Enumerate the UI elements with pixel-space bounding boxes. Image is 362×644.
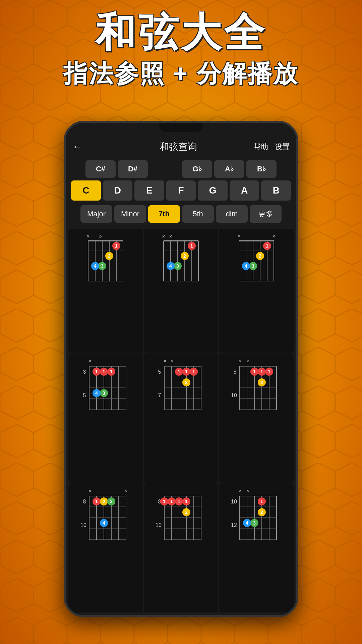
chord-diagram-5: × × 5 7 [155, 356, 207, 418]
svg-text:1: 1 [171, 499, 173, 504]
svg-text:1: 1 [253, 369, 256, 374]
type-minor[interactable]: Minor [114, 205, 146, 223]
svg-text:×: × [162, 233, 165, 239]
svg-text:10: 10 [231, 392, 237, 398]
chord-card-8[interactable]: 8 10 1 [144, 483, 219, 612]
svg-text:1: 1 [95, 369, 98, 374]
svg-text:×: × [88, 358, 91, 364]
key-b-flat[interactable]: B♭ [246, 160, 277, 178]
help-button[interactable]: 帮助 [253, 142, 268, 152]
key-c-sharp[interactable]: C# [85, 160, 116, 178]
key-d-sharp[interactable]: D# [118, 160, 148, 178]
key-b[interactable]: B [261, 180, 291, 201]
svg-text:×: × [237, 233, 240, 239]
key-g[interactable]: G [198, 180, 228, 201]
svg-text:×: × [87, 233, 90, 239]
svg-text:1: 1 [190, 243, 193, 249]
svg-text:3: 3 [253, 520, 256, 526]
top-text-area: 和弦大全 指法参照 + 分解播放 [0, 10, 362, 90]
chord-diagram-9: × × 10 12 [230, 486, 282, 548]
svg-text:2: 2 [108, 253, 111, 259]
type-5th[interactable]: 5th [182, 205, 214, 223]
svg-text:×: × [272, 233, 275, 239]
chord-card-6[interactable]: × × 8 10 [219, 354, 294, 483]
chord-card-1[interactable]: × ○ [68, 229, 143, 353]
phone-shell: ← 和弦查询 帮助 设置 C# D# G♭ A♭ B♭ C D E [64, 121, 298, 617]
svg-text:4: 4 [103, 520, 105, 526]
type-major[interactable]: Major [80, 205, 112, 223]
chord-card-9[interactable]: × × 10 12 [219, 483, 294, 612]
nav-title: 和弦查询 [87, 141, 269, 153]
svg-text:×: × [164, 358, 167, 364]
svg-text:×: × [124, 488, 127, 494]
svg-text:2: 2 [260, 380, 263, 385]
phone-wrapper: ← 和弦查询 帮助 设置 C# D# G♭ A♭ B♭ C D E [64, 121, 298, 617]
svg-text:4: 4 [95, 390, 98, 396]
chord-card-5[interactable]: × × 5 7 [144, 354, 219, 483]
svg-text:1: 1 [260, 369, 263, 374]
svg-text:×: × [239, 488, 242, 494]
svg-text:12: 12 [231, 522, 237, 528]
svg-text:5: 5 [83, 392, 86, 398]
svg-text:2: 2 [185, 380, 188, 385]
chord-diagram-6: × × 8 10 [230, 356, 282, 418]
svg-text:×: × [246, 488, 249, 494]
nav-actions: 帮助 设置 [253, 142, 290, 152]
key-d[interactable]: D [103, 180, 133, 201]
key-c[interactable]: C [71, 180, 101, 201]
svg-text:2: 2 [185, 509, 188, 515]
chord-card-7[interactable]: × × 8 10 [68, 483, 143, 612]
svg-text:1: 1 [115, 243, 118, 249]
chord-diagram-7: × × 8 10 [80, 486, 132, 548]
svg-text:1: 1 [103, 369, 105, 374]
chord-diagram-4: × 3 5 [80, 356, 132, 418]
back-button[interactable]: ← [72, 142, 82, 152]
svg-text:4: 4 [169, 263, 172, 269]
svg-text:3: 3 [103, 390, 105, 396]
svg-text:1: 1 [95, 499, 98, 504]
svg-text:7: 7 [158, 392, 161, 398]
svg-text:5: 5 [158, 369, 161, 375]
phone-notch [159, 123, 203, 132]
chord-card-4[interactable]: × 3 5 [68, 354, 143, 483]
svg-text:2: 2 [260, 509, 263, 515]
key-g-flat[interactable]: G♭ [182, 160, 212, 178]
chord-card-3[interactable]: × × 1 [219, 229, 294, 353]
svg-text:1: 1 [260, 499, 263, 504]
svg-text:×: × [239, 358, 242, 364]
svg-text:1: 1 [268, 369, 270, 374]
chord-card-2[interactable]: × × 1 [144, 229, 219, 353]
app-subtitle: 指法参照 + 分解播放 [0, 58, 362, 90]
svg-text:4: 4 [94, 263, 97, 269]
svg-text:10: 10 [80, 522, 86, 528]
type-7th[interactable]: 7th [148, 205, 180, 223]
settings-button[interactable]: 设置 [275, 142, 290, 152]
svg-text:1: 1 [178, 369, 181, 374]
svg-text:2: 2 [183, 253, 186, 259]
svg-text:1: 1 [193, 369, 195, 374]
type-more[interactable]: 更多 [250, 205, 282, 223]
key-f[interactable]: F [166, 180, 196, 201]
chord-type-row: Major Minor 7th 5th dim 更多 [66, 203, 296, 226]
chord-diagram-3: × × 1 [233, 231, 280, 288]
svg-text:3: 3 [252, 263, 254, 269]
svg-text:×: × [88, 488, 91, 494]
key-e[interactable]: E [134, 180, 164, 201]
svg-text:×: × [171, 358, 174, 364]
navigation-bar: ← 和弦查询 帮助 设置 [66, 136, 296, 158]
svg-text:10: 10 [231, 499, 237, 504]
type-dim[interactable]: dim [216, 205, 248, 223]
svg-text:○: ○ [99, 233, 102, 239]
chord-diagram-1: × ○ [82, 231, 129, 288]
chord-diagram-8: 8 10 1 [155, 486, 207, 548]
key-a-flat[interactable]: A♭ [214, 160, 244, 178]
svg-text:8: 8 [83, 499, 86, 504]
svg-text:×: × [169, 233, 172, 239]
key-a[interactable]: A [230, 180, 259, 201]
svg-text:×: × [246, 358, 249, 364]
svg-text:1: 1 [163, 499, 166, 504]
svg-text:3: 3 [110, 499, 113, 504]
chord-diagram-2: × × 1 [158, 231, 204, 288]
svg-text:4: 4 [246, 520, 248, 526]
svg-text:3: 3 [176, 263, 179, 269]
